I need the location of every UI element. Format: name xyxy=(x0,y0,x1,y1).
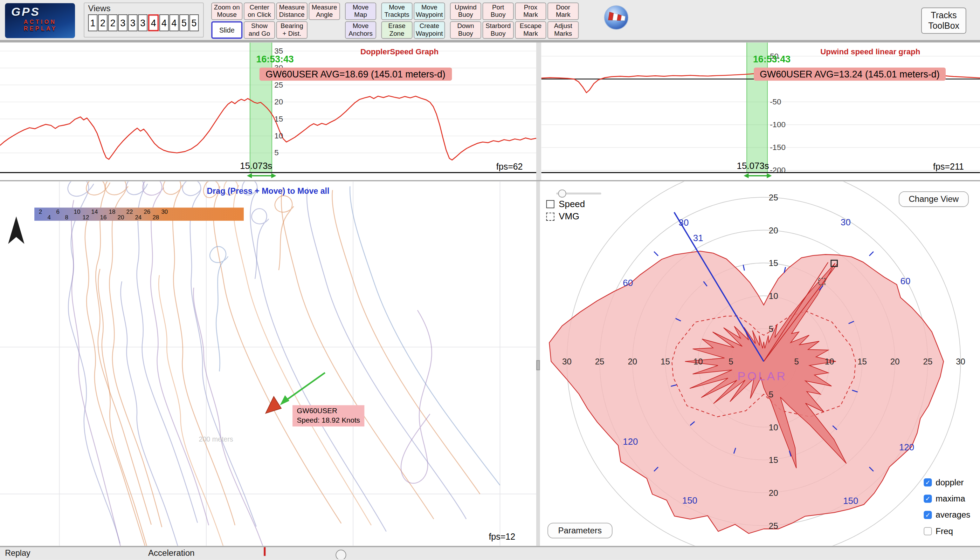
move-anchors-button[interactable]: Move Anchors xyxy=(345,22,376,39)
port-buoy-button[interactable]: Port Buoy xyxy=(483,2,514,20)
map-panel: Drag (Press + Move) to Move all 26101418… xyxy=(0,181,536,546)
move-waypoint-button[interactable]: Move Waypoint xyxy=(414,2,445,20)
svg-text:-50: -50 xyxy=(770,97,781,106)
show-and-go-button[interactable]: Show and Go xyxy=(244,22,275,39)
app-window: GPS ACTION REPLAY Views 12233344455 Zoom… xyxy=(0,0,980,560)
doppler-checkbox[interactable]: ✓ xyxy=(924,478,932,486)
vmg-checkbox-icon[interactable] xyxy=(546,212,555,220)
slider-knob[interactable] xyxy=(558,190,566,198)
scale-number: 4 xyxy=(48,214,51,221)
doppler-speed-graph-panel: 3530252015105 DopplerSpeed Graph GW60USE… xyxy=(0,42,536,180)
view-button-2[interactable]: 2 xyxy=(98,14,108,31)
svg-text:30: 30 xyxy=(679,218,689,227)
boat-speed: Speed: 18.92 Knots xyxy=(297,416,360,425)
down-buoy-button[interactable]: Down Buoy xyxy=(450,22,481,39)
escape-mark-button[interactable]: Escape Mark xyxy=(515,22,546,39)
measure-distance-button[interactable]: Measure Distance xyxy=(276,2,307,20)
svg-text:120: 120 xyxy=(899,442,914,452)
polar-panel: 5555101010101515151520202020252525253030… xyxy=(540,181,980,546)
views-label: Views xyxy=(88,4,199,13)
bearing-dist-button[interactable]: Bearing + Dist. xyxy=(276,22,307,39)
speed-checkbox-icon[interactable] xyxy=(546,200,555,208)
door-mark-button[interactable]: Door Mark xyxy=(547,2,579,20)
maxima-checkbox[interactable]: ✓ xyxy=(924,495,932,503)
center-on-click-button[interactable]: Center on Click xyxy=(244,2,275,20)
display-mode-checks: SpeedVMG xyxy=(546,199,585,223)
drag-hint-label: Drag (Press + Move) to Move all xyxy=(0,187,536,196)
svg-text:10: 10 xyxy=(694,357,703,366)
polar-title: POLAR xyxy=(737,370,787,383)
starbord-buoy-button[interactable]: Starbord Buoy xyxy=(483,22,514,39)
svg-text:150: 150 xyxy=(843,496,858,506)
graphs-row: 3530252015105 DopplerSpeed Graph GW60USE… xyxy=(0,42,980,180)
tracks-toolbox-line1: Tracks xyxy=(931,10,957,20)
svg-text:-200: -200 xyxy=(770,166,786,175)
scale-number: 12 xyxy=(83,214,89,221)
svg-text:15: 15 xyxy=(857,357,867,366)
move-trackpts-button[interactable]: Move Trackpts xyxy=(381,2,412,20)
doppler-label: doppler xyxy=(935,477,963,487)
view-button-10[interactable]: 5 xyxy=(179,14,189,31)
svg-text:25: 25 xyxy=(923,357,933,366)
prox-mark-button[interactable]: Prox Mark xyxy=(515,2,546,20)
scale-number: 28 xyxy=(152,214,159,221)
erase-zone-button[interactable]: Erase Zone xyxy=(381,22,412,39)
cursor-span-label: 15.073s xyxy=(240,161,272,171)
tracks-toolbox-line2: ToolBox xyxy=(928,21,959,31)
cursor-time-label: 16:53:43 xyxy=(753,53,791,64)
view-button-4[interactable]: 3 xyxy=(118,14,128,31)
create-waypoint-button[interactable]: Create Waypoint xyxy=(414,22,445,39)
display-check-vmg[interactable]: VMG xyxy=(546,211,585,222)
views-group: Views 12233344455 xyxy=(84,2,204,37)
fps-label: fps=12 xyxy=(488,532,515,542)
svg-text:30: 30 xyxy=(562,357,571,366)
strip-knob[interactable] xyxy=(336,550,346,558)
svg-text:5: 5 xyxy=(769,390,773,399)
freq-checkbox[interactable] xyxy=(924,527,932,535)
splitter-handle[interactable] xyxy=(536,360,540,370)
scale-number: 30 xyxy=(161,208,168,215)
polar-slider[interactable] xyxy=(556,193,601,195)
track-map[interactable] xyxy=(0,181,536,546)
slide-button[interactable]: Slide xyxy=(211,22,243,39)
view-button-9[interactable]: 4 xyxy=(169,14,179,31)
change-view-button[interactable]: Change View xyxy=(899,191,969,207)
svg-text:20: 20 xyxy=(890,357,900,366)
svg-text:10: 10 xyxy=(274,132,283,140)
scale-number: 14 xyxy=(91,208,98,215)
move-map-button[interactable]: Move Map xyxy=(345,2,376,20)
adjust-marks-button[interactable]: Adjust Marks xyxy=(547,22,579,39)
view-button-3[interactable]: 2 xyxy=(108,14,118,31)
svg-text:15: 15 xyxy=(769,258,778,268)
replay-label[interactable]: Replay xyxy=(5,548,30,558)
svg-text:5: 5 xyxy=(794,357,799,366)
layer-check-averages[interactable]: ✓averages xyxy=(924,507,970,523)
view-button-11[interactable]: 5 xyxy=(189,14,199,31)
zoom-on-mouse-button[interactable]: Zoom on Mouse xyxy=(211,2,243,20)
measure-angle-button[interactable]: Measure Angle xyxy=(309,2,340,20)
view-button-5[interactable]: 3 xyxy=(128,14,138,31)
maxima-label: maxima xyxy=(935,494,965,503)
tracks-toolbox-button[interactable]: Tracks ToolBox xyxy=(922,7,966,33)
toolbar-button-grid: Zoom on MouseSlideCenter on ClickShow an… xyxy=(211,2,580,38)
polar-plot[interactable]: 5555101010101515151520202020252525253030… xyxy=(540,181,980,546)
fps-label: fps=62 xyxy=(496,161,523,172)
layer-check-maxima[interactable]: ✓maxima xyxy=(924,490,970,507)
svg-text:20: 20 xyxy=(274,97,283,106)
parameters-button[interactable]: Parameters xyxy=(547,523,612,538)
averages-checkbox[interactable]: ✓ xyxy=(924,511,932,518)
cursor-time-label: 16:53:43 xyxy=(256,53,294,64)
view-button-6[interactable]: 3 xyxy=(138,14,148,31)
view-button-7[interactable]: 4 xyxy=(148,14,159,31)
upwind-buoy-button[interactable]: Upwind Buoy xyxy=(450,2,481,20)
view-button-8[interactable]: 4 xyxy=(159,14,169,31)
display-check-speed[interactable]: Speed xyxy=(546,199,585,209)
view-button-1[interactable]: 1 xyxy=(88,14,98,31)
layer-check-freq[interactable]: Freq xyxy=(924,523,970,539)
boat-name: GW60USER xyxy=(297,407,360,416)
scale-number: 20 xyxy=(117,214,124,221)
layer-check-doppler[interactable]: ✓doppler xyxy=(924,474,970,490)
windsock-icon xyxy=(603,5,630,35)
svg-text:5: 5 xyxy=(274,148,279,157)
vmg-label: VMG xyxy=(559,211,579,222)
